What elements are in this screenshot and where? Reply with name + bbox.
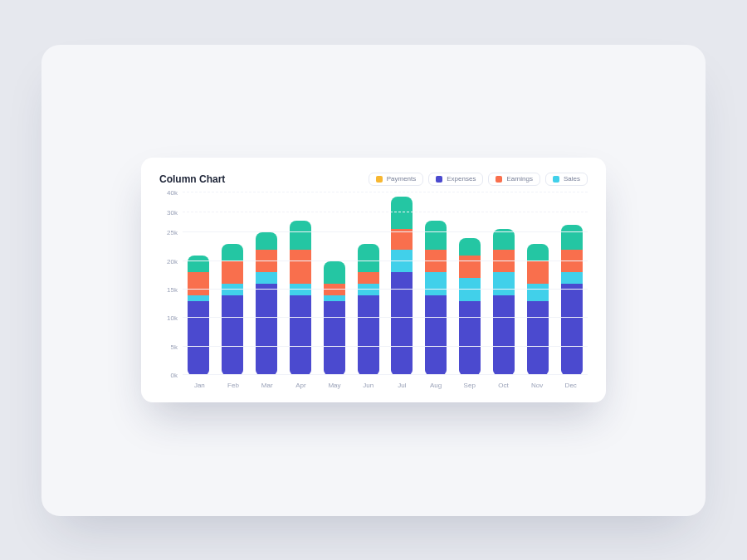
legend-label-payments: Payments <box>387 176 417 183</box>
x-tick-label-mar: Mar <box>250 382 284 389</box>
segment-sales-mar <box>256 272 277 284</box>
segment-top-jan <box>188 256 209 273</box>
legend-swatch-sales <box>553 176 559 183</box>
x-tick-label-dec: Dec <box>554 382 588 389</box>
legend-swatch-payments <box>376 176 383 183</box>
gridline-20: 20k <box>183 261 588 261</box>
gridline-5: 5k <box>183 346 588 347</box>
x-tick-label-aug: Aug <box>419 382 453 389</box>
bars-container <box>183 192 588 375</box>
segment-expenses-nov <box>527 301 549 375</box>
y-tick-label-40: 40k <box>167 189 183 197</box>
bar-dec[interactable] <box>555 225 588 375</box>
segment-top-sep <box>459 238 481 256</box>
segment-top-dec <box>561 225 583 250</box>
bar-sep[interactable] <box>454 238 486 375</box>
segment-top-jun <box>358 244 379 272</box>
segment-earnings-jun <box>358 272 379 284</box>
x-tick-label-sep: Sep <box>452 382 486 389</box>
gridline-15: 15k <box>183 289 588 290</box>
segment-top-jul <box>391 197 413 229</box>
segment-expenses-apr <box>290 295 311 375</box>
segment-expenses-feb <box>222 295 243 375</box>
gridline-0: 0k <box>183 374 588 375</box>
bar-may[interactable] <box>318 261 350 375</box>
x-tick-label-oct: Oct <box>486 382 520 389</box>
bar-stack-aug <box>425 221 447 375</box>
segment-sales-jun <box>358 284 379 295</box>
gridline-30: 30k <box>183 212 588 212</box>
bar-jun[interactable] <box>352 244 384 375</box>
legend-swatch-earnings <box>496 176 502 183</box>
bar-jan[interactable] <box>183 256 215 375</box>
bar-apr[interactable] <box>284 221 316 375</box>
bar-stack-may <box>324 261 345 375</box>
bar-stack-apr <box>290 221 311 375</box>
legend-sales[interactable]: Sales <box>545 173 588 186</box>
x-tick-label-nov: Nov <box>520 382 554 389</box>
legend-label-sales: Sales <box>564 176 580 183</box>
y-tick-label-0: 0k <box>171 372 183 379</box>
legend-swatch-expenses <box>436 176 442 183</box>
segment-expenses-dec <box>561 284 583 375</box>
bar-stack-feb <box>222 244 243 375</box>
chart-plot-area: 0k5k10k15k20k25k30k40k <box>183 192 588 375</box>
segment-earnings-jan <box>188 272 209 295</box>
gridline-10: 10k <box>183 317 588 318</box>
segment-expenses-oct <box>493 295 515 375</box>
segment-sales-may <box>324 295 345 301</box>
chart-header: Column Chart PaymentsExpensesEarningsSal… <box>159 173 588 186</box>
chart-title: Column Chart <box>159 173 225 185</box>
legend-expenses[interactable]: Expenses <box>428 173 483 186</box>
y-tick-label-20: 20k <box>167 257 183 265</box>
x-tick-label-feb: Feb <box>217 382 251 389</box>
segment-earnings-nov <box>527 261 549 284</box>
segment-earnings-may <box>324 284 345 295</box>
bar-aug[interactable] <box>420 221 452 375</box>
bar-stack-jun <box>358 244 379 375</box>
legend-earnings[interactable]: Earnings <box>488 173 540 186</box>
segment-top-may <box>324 261 345 284</box>
bar-stack-jul <box>391 197 413 375</box>
bar-stack-sep <box>459 238 481 375</box>
x-tick-label-jan: Jan <box>183 382 217 389</box>
segment-expenses-jan <box>188 301 209 375</box>
segment-earnings-mar <box>256 250 277 272</box>
legend-label-expenses: Expenses <box>447 176 476 183</box>
segment-earnings-apr <box>290 250 311 284</box>
page-root: Column Chart PaymentsExpensesEarningsSal… <box>0 0 747 560</box>
segment-top-nov <box>527 244 549 261</box>
x-tick-label-apr: Apr <box>284 382 318 389</box>
x-axis-labels: JanFebMarAprMayJunJulAugSepOctNovDec <box>183 382 588 389</box>
segment-earnings-sep <box>459 256 481 278</box>
segment-expenses-mar <box>256 284 277 375</box>
legend-payments[interactable]: Payments <box>369 173 424 186</box>
x-tick-label-jun: Jun <box>351 382 385 389</box>
segment-top-mar <box>256 232 277 250</box>
bar-stack-oct <box>493 229 515 375</box>
legend-label-earnings: Earnings <box>506 176 533 183</box>
bar-feb[interactable] <box>217 244 249 375</box>
y-tick-label-15: 15k <box>167 286 183 294</box>
segment-top-feb <box>222 244 243 261</box>
bar-stack-nov <box>527 244 549 375</box>
y-tick-label-10: 10k <box>167 314 183 322</box>
bar-jul[interactable] <box>386 197 418 375</box>
y-tick-label-25: 25k <box>167 229 183 236</box>
segment-expenses-may <box>324 301 345 375</box>
gridline-40: 40k <box>183 192 588 192</box>
bar-mar[interactable] <box>251 232 283 375</box>
segment-sales-nov <box>527 284 549 301</box>
segment-sales-jan <box>188 295 209 301</box>
chart-card: Column Chart PaymentsExpensesEarningsSal… <box>141 158 606 402</box>
bar-nov[interactable] <box>521 244 554 375</box>
segment-expenses-aug <box>425 295 447 375</box>
bar-oct[interactable] <box>487 229 520 375</box>
bar-stack-jan <box>188 256 209 375</box>
y-tick-label-30: 30k <box>167 209 183 217</box>
chart-legend: PaymentsExpensesEarningsSales <box>369 173 588 186</box>
backdrop-panel: Column Chart PaymentsExpensesEarningsSal… <box>42 45 706 516</box>
segment-earnings-dec <box>561 250 583 272</box>
segment-sales-feb <box>222 284 243 295</box>
segment-sales-dec <box>561 272 583 284</box>
